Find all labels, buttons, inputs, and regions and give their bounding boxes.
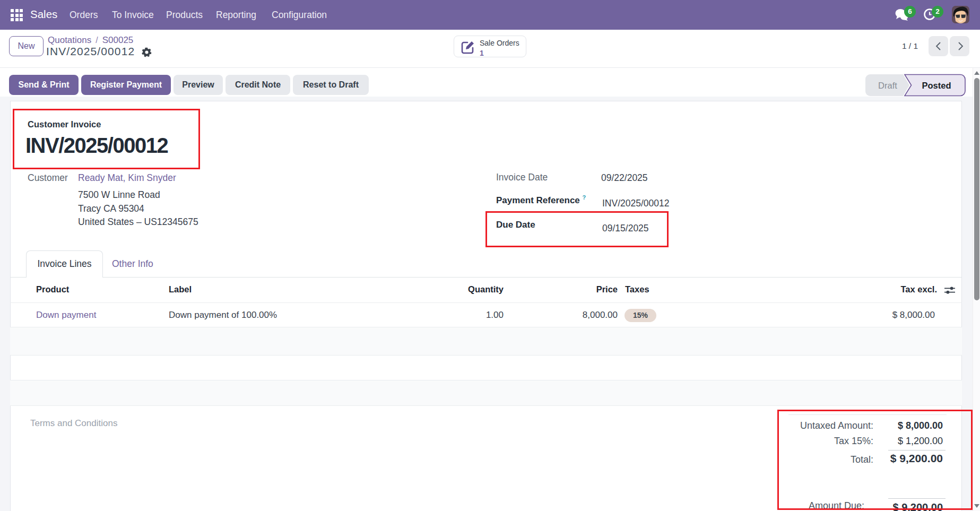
- svg-text:Draft: Draft: [878, 81, 897, 90]
- svg-text:Posted: Posted: [922, 81, 951, 90]
